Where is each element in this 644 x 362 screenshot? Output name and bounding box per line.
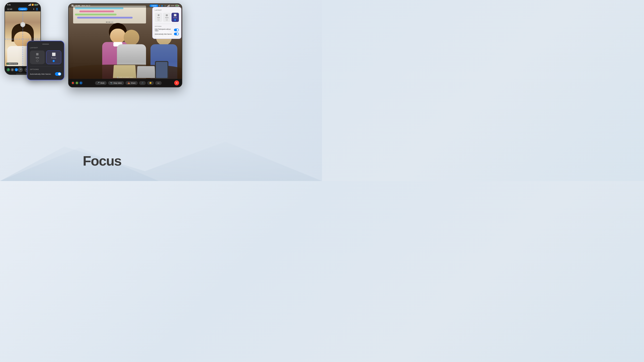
phone-status-bar: 9:41 📶 — [5, 3, 40, 7]
emoji-icon: 😊 — [149, 82, 152, 84]
tablet-indicator-1: 🔴 — [71, 81, 74, 84]
focus-label-tablet: Focus — [173, 17, 177, 18]
participant-name-tag: Marise Torres — [6, 62, 18, 65]
focus-title: Focus — [83, 153, 122, 169]
phone-indicators: 🎤 ⏸ ● — [7, 68, 18, 71]
tablet-screen-icon: ⬜ — [71, 5, 74, 7]
focus-icon-tablet: ⬜ — [174, 14, 176, 16]
phone-layout-button[interactable]: Layout — [18, 7, 28, 10]
phone-status-time: 9:41 — [7, 4, 11, 6]
indicator-green: 🎤 — [7, 68, 10, 71]
tablet-indicator-2: 🟢 — [75, 81, 78, 84]
focus-option-tablet[interactable]: ⬜ Focus ✓ — [172, 13, 179, 22]
signal-icon — [28, 3, 31, 6]
toggle-thumb-phone — [58, 73, 61, 75]
phone-nav-time: 12:40 — [7, 8, 12, 10]
tablet-mockup: ⬜ 12:40 Mon Jun 3 Layout ℹ 👥 📹 100% — [68, 3, 182, 87]
laptop-2 — [137, 66, 156, 78]
layout-popup-title: LAYOUT — [30, 47, 61, 49]
stop-video-button[interactable]: 📷 Stop video — [108, 81, 124, 85]
grid-label-phone: Grid — [36, 57, 39, 59]
grid-label-tablet: Grid — [157, 17, 160, 18]
dashed-horizontal-line — [5, 39, 40, 39]
battery-icon — [34, 4, 38, 5]
phone-nav-bar: 12:40 Layout ℹ 👤 — [5, 7, 40, 11]
tablet-status-left: ⬜ 12:40 Mon Jun 3 — [71, 5, 90, 7]
mute-icon-tablet: 🎤 — [97, 82, 100, 84]
stack-label-tablet: Stack — [165, 17, 168, 18]
focus-radio-tablet: ✓ — [174, 19, 176, 21]
hide-participants-toggle[interactable] — [174, 28, 179, 31]
grid-icon-tablet: ⊞ — [158, 14, 160, 16]
grid-radio-phone — [36, 60, 38, 62]
whiteboard-content — [73, 5, 146, 20]
indicator-gray: ⏸ — [11, 68, 14, 71]
tablet-options-title: OPTIONS — [155, 26, 179, 27]
mute-button-tablet[interactable]: 🎤 Mute — [95, 81, 107, 85]
tablet-action-buttons: 🎤 Mute 📷 Stop video 📤 Share 🎵 😊 ••• — [95, 81, 162, 85]
tablet-camera-icon[interactable]: 📹 — [164, 5, 166, 7]
stack-radio-tablet — [166, 19, 168, 21]
stack-icon-tablet: ▤ — [166, 14, 168, 16]
drag-handle[interactable] — [42, 44, 49, 44]
share-button[interactable]: 📤 Share — [126, 81, 138, 85]
bluetooth-button[interactable]: 🎵 — [139, 81, 146, 85]
tablet-participants-icon[interactable]: 👥 — [161, 5, 163, 7]
camera-icon-tablet: 📷 — [110, 82, 112, 84]
position-indicator — [20, 22, 25, 27]
tablet-battery-icon — [175, 5, 179, 6]
more-button-tablet[interactable]: ••• — [155, 81, 162, 85]
room-label: 🏢 SHN7-16-GREAT WALL — [117, 76, 134, 78]
phone-nav-icons: ℹ 👤 — [33, 8, 38, 10]
speaking-indicator — [8, 63, 8, 64]
focus-option-phone[interactable]: ⬜ Focus ✓ — [46, 50, 61, 64]
options-title-phone: OPTIONS — [30, 68, 61, 70]
auto-hide-names-label-tablet: Automatically Hide Names — [155, 33, 174, 35]
close-meeting-button[interactable]: ✕ — [174, 80, 179, 85]
auto-hide-names-toggle-tablet[interactable] — [174, 33, 179, 35]
tablet-layout-options: ⊞ Grid ▤ Stack ⬜ Focus ✓ — [155, 13, 179, 22]
tablet-layout-panel: LAYOUT ⊞ Grid ▤ Stack ⬜ Focus ✓ — [152, 7, 181, 39]
hide-participants-label: Hide Participants without Video — [155, 28, 174, 31]
focus-icon-phone: ⬜ — [52, 52, 56, 56]
tablet-signal-icon — [167, 5, 170, 7]
auto-hide-names-toggle-phone[interactable] — [55, 72, 61, 76]
tablet-options-section: OPTIONS Hide Participants without Video … — [155, 24, 179, 35]
auto-hide-names-row-phone: Automatically Hide Names — [30, 72, 61, 76]
auto-hide-names-row-tablet: Automatically Hide Names — [155, 33, 179, 35]
mute-button-phone[interactable]: 🎤 — [18, 67, 23, 72]
phone-status-right: 📶 — [28, 3, 38, 6]
auto-hide-names-label-phone: Automatically Hide Names — [30, 73, 51, 75]
tablet-status-right: Layout ℹ 👥 📹 100% — [150, 4, 179, 7]
tablet-panel-title: LAYOUT — [155, 9, 179, 11]
grid-icon-phone: ⊞ — [36, 52, 39, 56]
whiteboard — [73, 5, 146, 23]
auto-hide-names-thumb-tablet — [177, 33, 178, 35]
tablet-date: Mon Jun 3 — [82, 5, 90, 7]
options-section-phone: OPTIONS Automatically Hide Names — [30, 66, 61, 76]
bluetooth-icon: 🎵 — [141, 82, 144, 84]
emoji-button[interactable]: 😊 — [147, 81, 154, 85]
layout-popup-phone: LAYOUT ⊞ Grid ⬜ Focus ✓ OPTIONS Automati… — [27, 41, 64, 80]
participants-icon[interactable]: 👤 — [36, 8, 38, 10]
grid-radio-tablet — [158, 19, 160, 21]
focus-radio-phone: ✓ — [52, 60, 55, 62]
wifi-icon: 📶 — [32, 4, 34, 6]
tablet-layout-button[interactable]: Layout — [150, 4, 158, 7]
laptop-1 — [113, 65, 136, 78]
tablet-time: 12:40 — [75, 5, 80, 7]
stack-option-tablet[interactable]: ▤ Stack — [163, 13, 170, 22]
hide-participants-thumb — [177, 29, 178, 31]
hide-participants-row: Hide Participants without Video — [155, 28, 179, 31]
tablet-bottom-bar: 🔴 🟢 🔵 🎤 Mute 📷 Stop video 📤 Share 🎵 😊 — [69, 79, 182, 87]
share-icon: 📤 — [128, 82, 130, 84]
tablet-indicator-3: 🔵 — [80, 81, 82, 84]
grid-option-tablet[interactable]: ⊞ Grid — [155, 13, 162, 22]
tablet-battery-text: 100% — [170, 5, 174, 6]
info-icon[interactable]: ℹ — [33, 8, 34, 10]
layout-options-phone: ⊞ Grid ⬜ Focus ✓ — [30, 50, 61, 64]
focus-label-phone: Focus — [51, 57, 56, 59]
tablet-info-icon[interactable]: ℹ — [159, 5, 160, 7]
grid-option-phone[interactable]: ⊞ Grid — [30, 50, 45, 64]
tablet-status-indicators: 🔴 🟢 🔵 — [71, 81, 82, 84]
